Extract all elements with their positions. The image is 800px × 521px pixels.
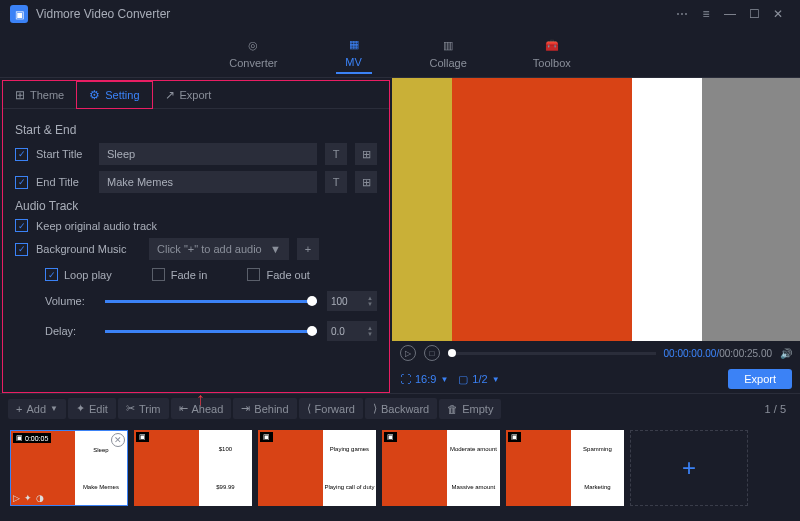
start-title-grid-icon[interactable]: ⊞	[355, 143, 377, 165]
trash-icon: 🗑	[447, 403, 458, 415]
backward-button[interactable]: ⟩Backward	[365, 398, 437, 419]
start-title-input[interactable]	[99, 143, 317, 165]
clip-thumbnail-2[interactable]: ▣ $100 $99.99	[134, 430, 252, 506]
aspect-ratio-button[interactable]: ⛶ 16:9 ▼	[400, 373, 448, 385]
behind-button[interactable]: ⇥Behind	[233, 398, 296, 419]
start-title-label: Start Title	[36, 148, 91, 160]
time-display: 00:00:00.00/00:00:25.00	[664, 348, 772, 359]
annotation-arrow: ↑	[196, 389, 205, 410]
bgm-add-button[interactable]: +	[297, 238, 319, 260]
chevron-down-icon: ▼	[492, 375, 500, 384]
end-title-label: End Title	[36, 176, 91, 188]
delay-label: Delay:	[45, 325, 95, 337]
fadeout-checkbox[interactable]: ✓	[247, 268, 260, 281]
mv-icon: ▦	[344, 35, 364, 53]
end-title-input[interactable]	[99, 171, 317, 193]
delay-slider[interactable]	[105, 330, 317, 333]
edit-button[interactable]: ✦Edit	[68, 398, 116, 419]
timeline-slider[interactable]	[448, 352, 656, 355]
end-title-text-icon[interactable]: T	[325, 171, 347, 193]
start-title-checkbox[interactable]: ✓	[15, 148, 28, 161]
converter-icon: ◎	[243, 36, 263, 54]
loop-checkbox[interactable]: ✓	[45, 268, 58, 281]
ahead-icon: ⇤	[179, 402, 188, 415]
theme-icon: ⊞	[15, 88, 25, 102]
volume-icon[interactable]: 🔊	[780, 348, 792, 359]
tab-export[interactable]: ↗ Export	[153, 81, 224, 109]
keep-original-checkbox[interactable]: ✓	[15, 219, 28, 232]
menu-icon[interactable]: ≡	[694, 2, 718, 26]
forward-button[interactable]: ⟨Forward	[299, 398, 363, 419]
bgm-label: Background Music	[36, 243, 141, 255]
tab-theme[interactable]: ⊞ Theme	[3, 81, 76, 109]
trim-button[interactable]: ✂Trim	[118, 398, 169, 419]
image-icon: ▣	[387, 433, 394, 441]
clip-thumbnail-4[interactable]: ▣ Moderate amount Massive amount	[382, 430, 500, 506]
bgm-dropdown[interactable]: Click "+" to add audio ▼	[149, 238, 289, 260]
fadeout-label: Fade out	[266, 269, 309, 281]
fadein-label: Fade in	[171, 269, 208, 281]
setting-icon: ⚙	[89, 88, 100, 102]
app-title: Vidmore Video Converter	[36, 7, 170, 21]
chevron-down-icon: ▼	[270, 243, 281, 255]
edit-icon[interactable]: ✦	[24, 493, 32, 503]
behind-icon: ⇥	[241, 402, 250, 415]
chevron-down-icon: ▼	[440, 375, 448, 384]
play-button[interactable]: ▷	[400, 345, 416, 361]
image-icon: ▣	[16, 434, 23, 442]
start-title-text-icon[interactable]: T	[325, 143, 347, 165]
image-icon: ▣	[511, 433, 518, 441]
collage-icon: ▥	[438, 36, 458, 54]
scissors-icon: ✂	[126, 402, 135, 415]
screen-icon: ▢	[458, 373, 468, 386]
clip-remove-icon[interactable]: ✕	[111, 433, 125, 447]
end-title-grid-icon[interactable]: ⊞	[355, 171, 377, 193]
stop-button[interactable]: □	[424, 345, 440, 361]
empty-button[interactable]: 🗑Empty	[439, 399, 501, 419]
aspect-icon: ⛶	[400, 373, 411, 385]
nav-collage[interactable]: ▥ Collage	[422, 32, 475, 73]
close-icon[interactable]: ✕	[766, 2, 790, 26]
clip-thumbnail-1[interactable]: ▣0:00:05 ✕ Sleep Make Memes ▷✦◑	[10, 430, 128, 506]
volume-value[interactable]: 100 ▲▼	[327, 291, 377, 311]
delay-value[interactable]: 0.0 ▲▼	[327, 321, 377, 341]
edit-icon: ✦	[76, 402, 85, 415]
nav-toolbox[interactable]: 🧰 Toolbox	[525, 32, 579, 73]
image-icon: ▣	[139, 433, 146, 441]
volume-slider[interactable]	[105, 300, 317, 303]
backward-icon: ⟩	[373, 402, 377, 415]
add-clip-button[interactable]: +	[630, 430, 748, 506]
keep-original-label: Keep original audio track	[36, 220, 157, 232]
plus-icon: +	[16, 403, 22, 415]
play-icon[interactable]: ▷	[13, 493, 20, 503]
video-preview	[392, 78, 800, 341]
maximize-icon[interactable]: ☐	[742, 2, 766, 26]
end-title-checkbox[interactable]: ✓	[15, 176, 28, 189]
nav-mv[interactable]: ▦ MV	[336, 31, 372, 74]
clip-counter: 1 / 5	[765, 403, 792, 415]
clip-thumbnail-5[interactable]: ▣ Spamming Marketing	[506, 430, 624, 506]
feedback-icon[interactable]: ⋯	[670, 2, 694, 26]
tab-setting[interactable]: ⚙ Setting	[76, 81, 152, 109]
nav-converter[interactable]: ◎ Converter	[221, 32, 285, 73]
bgm-checkbox[interactable]: ✓	[15, 243, 28, 256]
loop-label: Loop play	[64, 269, 112, 281]
trim-icon[interactable]: ◑	[36, 493, 44, 503]
volume-label: Volume:	[45, 295, 95, 307]
forward-icon: ⟨	[307, 402, 311, 415]
export-icon: ↗	[165, 88, 175, 102]
toolbox-icon: 🧰	[542, 36, 562, 54]
add-button[interactable]: +Add▼	[8, 399, 66, 419]
minimize-icon[interactable]: —	[718, 2, 742, 26]
section-audio: Audio Track	[15, 199, 377, 213]
page-indicator[interactable]: ▢ 1/2 ▼	[458, 373, 499, 386]
clip-thumbnail-3[interactable]: ▣ Playing games Playing call of duty	[258, 430, 376, 506]
app-logo-icon: ▣	[10, 5, 28, 23]
export-button[interactable]: Export	[728, 369, 792, 389]
image-icon: ▣	[263, 433, 270, 441]
fadein-checkbox[interactable]: ✓	[152, 268, 165, 281]
section-start-end: Start & End	[15, 123, 377, 137]
